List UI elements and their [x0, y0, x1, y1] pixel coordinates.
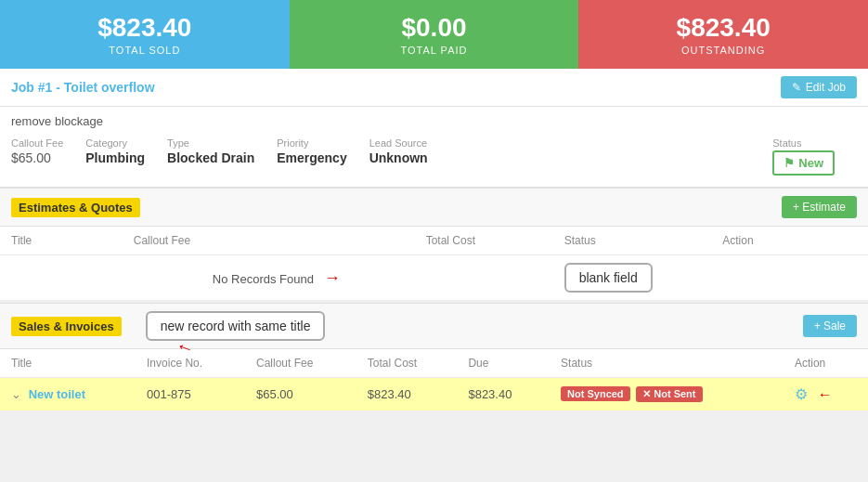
red-arrow-right-icon: →: [324, 268, 341, 287]
estimates-table-section: Title Callout Fee Total Cost Status Acti…: [0, 227, 868, 301]
edit-job-button[interactable]: Edit Job: [781, 76, 857, 98]
sales-col-due: Due: [457, 349, 550, 378]
job-details: remove blockage Callout Fee $65.00 Categ…: [0, 107, 868, 188]
total-paid-label: TOTAL PAID: [299, 45, 570, 56]
not-sent-badge: ✕ Not Sent: [636, 386, 702, 402]
priority-value: Emergency: [277, 150, 346, 165]
status-value: New: [798, 156, 823, 170]
lead-source-value: Unknown: [369, 150, 428, 165]
estimates-title: Estimates & Quotes: [11, 198, 140, 217]
category-group: Category Plumbing: [85, 137, 167, 165]
stats-bar: $823.40 TOTAL SOLD $0.00 TOTAL PAID $823…: [0, 0, 868, 69]
job-label: Job: [11, 80, 38, 95]
sales-row-invoice: 001-875: [136, 378, 245, 411]
sales-table-row: ⌄ New toilet 001-875 $65.00 $823.40 $823…: [0, 378, 868, 411]
add-sale-button[interactable]: + Sale: [803, 315, 857, 337]
sales-row-due: $823.40: [457, 378, 550, 411]
sales-annotation-text: new record with same title: [161, 319, 311, 333]
sales-col-total: Total Cost: [356, 349, 458, 378]
estimates-col-callout: Callout Fee: [123, 227, 348, 255]
lead-source-label: Lead Source: [369, 137, 428, 149]
sales-row-status: Not Synced ✕ Not Sent: [550, 378, 784, 411]
callout-fee-label: Callout Fee: [11, 137, 63, 149]
estimates-table: Title Callout Fee Total Cost Status Acti…: [0, 227, 868, 301]
total-paid-block: $0.00 TOTAL PAID: [290, 0, 579, 69]
priority-label: Priority: [277, 137, 346, 149]
job-fields: Callout Fee $65.00 Category Plumbing Typ…: [11, 137, 857, 176]
estimates-table-header: Title Callout Fee Total Cost Status Acti…: [0, 227, 868, 255]
sales-table-section: Title Invoice No. Callout Fee Total Cost…: [0, 349, 868, 411]
total-sold-block: $823.40 TOTAL SOLD: [0, 0, 290, 69]
job-id: #1: [38, 80, 53, 95]
estimates-no-records-row: No Records Found → blank field: [0, 255, 868, 301]
estimates-col-status: Status: [553, 227, 712, 255]
status-badge[interactable]: New: [772, 150, 835, 176]
sales-table-header: Title Invoice No. Callout Fee Total Cost…: [0, 349, 868, 378]
total-paid-amount: $0.00: [299, 13, 570, 43]
status-group: Status New: [772, 137, 857, 176]
category-value: Plumbing: [85, 150, 145, 165]
callout-fee-value: $65.00: [11, 150, 63, 165]
type-group: Type Blocked Drain: [167, 137, 277, 165]
sales-row-callout: $65.00: [245, 378, 356, 411]
sales-row-title-cell: ⌄ New toilet: [0, 378, 136, 411]
estimates-col-action: Action: [711, 227, 868, 255]
sales-row-title[interactable]: New toilet: [29, 387, 85, 401]
gear-icon[interactable]: ⚙: [795, 386, 808, 402]
sales-table: Title Invoice No. Callout Fee Total Cost…: [0, 349, 868, 411]
job-title-bar: Job #1 - Toilet overflow: [11, 80, 155, 95]
job-description: remove blockage: [11, 114, 857, 128]
lead-source-group: Lead Source Unknown: [369, 137, 450, 165]
callout-fee-group: Callout Fee $65.00: [11, 137, 85, 165]
priority-group: Priority Emergency: [277, 137, 369, 165]
job-separator: -: [52, 80, 63, 95]
estimates-blank-callout-cell: blank field: [553, 255, 868, 301]
type-value: Blocked Drain: [167, 150, 254, 165]
sales-row-total: $823.40: [356, 378, 458, 411]
chevron-down-icon: ⌄: [11, 387, 21, 401]
estimates-col-total: Total Cost: [348, 227, 553, 255]
outstanding-block: $823.40 OUTSTANDING: [578, 0, 868, 69]
job-header: Job #1 - Toilet overflow Edit Job: [0, 69, 868, 107]
sales-title: Sales & Invoices: [11, 317, 122, 336]
total-sold-amount: $823.40: [9, 13, 280, 43]
outstanding-amount: $823.40: [588, 13, 859, 43]
sales-row-action[interactable]: ⚙ ←: [784, 378, 868, 411]
sales-col-callout: Callout Fee: [245, 349, 356, 378]
sales-col-title: Title: [0, 349, 136, 378]
red-arrow-action-icon: ←: [818, 386, 833, 402]
callout-annotation-text: blank field: [579, 270, 638, 285]
sales-section-header: Sales & Invoices new record with same ti…: [0, 303, 868, 349]
estimates-section-header: Estimates & Quotes + Estimate: [0, 188, 868, 227]
estimates-no-records: No Records Found →: [0, 255, 553, 301]
estimates-col-title: Title: [0, 227, 123, 255]
add-estimate-button[interactable]: + Estimate: [782, 196, 857, 218]
type-label: Type: [167, 137, 254, 149]
not-synced-badge: Not Synced: [561, 386, 630, 401]
status-label: Status: [772, 137, 835, 149]
sales-col-status: Status: [550, 349, 784, 378]
category-label: Category: [85, 137, 145, 149]
outstanding-label: OUTSTANDING: [588, 45, 859, 56]
total-sold-label: TOTAL SOLD: [9, 45, 280, 56]
job-name: Toilet overflow: [64, 80, 155, 95]
sales-col-action: Action: [784, 349, 868, 378]
